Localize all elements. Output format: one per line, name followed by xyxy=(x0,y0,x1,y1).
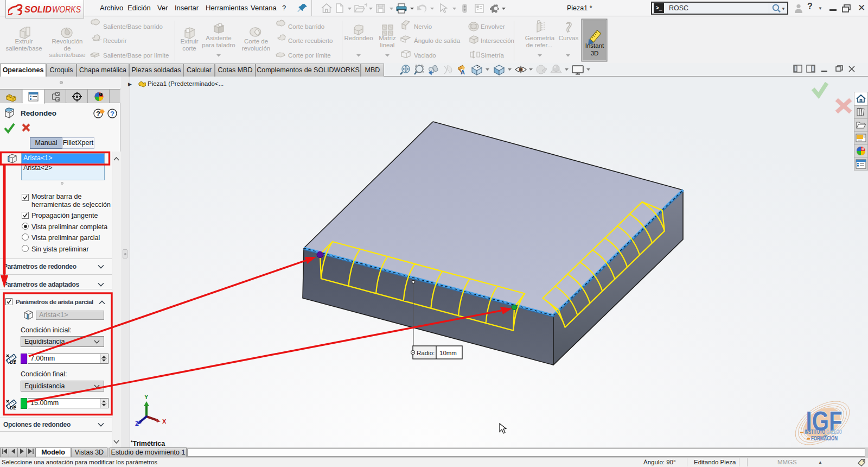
svg-text:Intersección: Intersección xyxy=(481,37,514,44)
svg-text:X: X xyxy=(162,418,167,425)
svg-text:Z: Z xyxy=(135,420,139,427)
svg-text:FORMACIÓN: FORMACIÓN xyxy=(811,435,838,441)
svg-text:Corte barrido: Corte barrido xyxy=(288,23,324,30)
svg-text:de refer...: de refer... xyxy=(526,42,553,48)
svg-text:?: ? xyxy=(110,110,114,118)
svg-text:Matriz: Matriz xyxy=(379,35,396,41)
svg-text:WORKS: WORKS xyxy=(52,4,81,14)
svg-text:Redondeo: Redondeo xyxy=(344,35,373,41)
svg-text:de: de xyxy=(64,45,71,52)
svg-text:Corte por límite: Corte por límite xyxy=(288,52,331,59)
svg-text:revolución: revolución xyxy=(242,45,270,52)
svg-text:D1: D1 xyxy=(10,359,16,364)
svg-text:10mm: 10mm xyxy=(439,350,457,356)
svg-text:Revolución: Revolución xyxy=(52,38,83,45)
svg-text:corte: corte xyxy=(182,45,196,52)
svg-text:Curvas: Curvas xyxy=(559,35,579,41)
svg-text:?: ? xyxy=(96,110,100,118)
svg-text:A: A xyxy=(461,69,465,75)
svg-text:Saliente/Base barrido: Saliente/Base barrido xyxy=(103,23,163,30)
svg-text:lineal: lineal xyxy=(380,42,395,48)
svg-text:GALEGO: GALEGO xyxy=(826,429,842,435)
svg-text:saliente/base: saliente/base xyxy=(49,52,86,58)
svg-text:D2: D2 xyxy=(10,405,16,410)
svg-text:Simetría: Simetría xyxy=(481,52,504,59)
svg-text:Instant: Instant xyxy=(585,42,604,49)
svg-text:Asistente: Asistente xyxy=(206,35,231,41)
svg-text:Geometría: Geometría xyxy=(525,35,555,41)
svg-text:INSTITUTO: INSTITUTO xyxy=(805,429,825,435)
svg-text:3D: 3D xyxy=(591,50,599,56)
svg-text:Radio:: Radio: xyxy=(417,350,435,356)
svg-text:Y: Y xyxy=(144,394,149,400)
svg-text:Saliente/Base por límite: Saliente/Base por límite xyxy=(103,52,169,59)
svg-text:Extruir: Extruir xyxy=(180,38,198,45)
svg-text:Envolver: Envolver xyxy=(481,23,505,30)
svg-text:Nervio: Nervio xyxy=(414,23,432,30)
svg-text:Ángulo de salida: Ángulo de salida xyxy=(414,37,461,44)
svg-text:Corte de: Corte de xyxy=(244,38,268,45)
svg-text:Recubrir: Recubrir xyxy=(103,37,127,44)
svg-text:Extruir: Extruir xyxy=(15,38,33,45)
svg-text:saliente/base: saliente/base xyxy=(6,45,42,52)
svg-text:Vaciado: Vaciado xyxy=(414,52,436,59)
svg-text:SOLID: SOLID xyxy=(24,4,52,14)
svg-text:para taladro: para taladro xyxy=(202,42,235,48)
svg-text:Corte recubierto: Corte recubierto xyxy=(288,37,333,44)
